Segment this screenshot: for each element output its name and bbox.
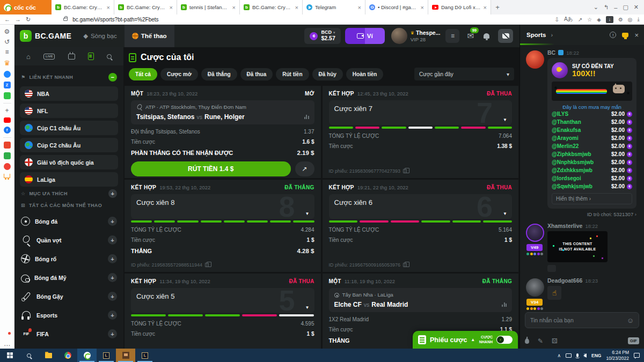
betslip-bar[interactable]: Phiếu cược ▲ CƯỢC NHANH	[413, 331, 518, 349]
chrome-app[interactable]	[58, 349, 77, 362]
filter-lost[interactable]: Đã thua	[240, 68, 273, 80]
chat-username[interactable]: Xhamsterlive	[547, 223, 582, 229]
cashout-button[interactable]: RÚT TIỀN 1.4 $	[131, 161, 291, 176]
expand-sport-button[interactable]: +	[108, 329, 117, 338]
taskbar-clock[interactable]: 6:24 PM10/23/2022	[606, 350, 629, 361]
bookmark-star-icon[interactable]: ☆	[587, 17, 592, 23]
chat-tab-sports[interactable]: Sports	[525, 32, 547, 38]
tab-bcgame-active[interactable]: bBC.Game: Crypto Casino×	[240, 0, 303, 14]
games-icon[interactable]	[4, 92, 11, 99]
speaker-icon[interactable]	[583, 353, 587, 358]
rain-icon[interactable]	[525, 338, 529, 344]
url-field[interactable]: bc.game/vi/sports?bt-path=%2Fbets	[72, 17, 550, 23]
user-info[interactable]: ♛Thespe... VIP 28	[411, 29, 441, 42]
nav-sports[interactable]: Thế thao	[125, 25, 174, 47]
tab-telegram[interactable]: Telegram×	[303, 0, 365, 14]
chat-username[interactable]: BC	[547, 49, 555, 56]
filter-cancelled[interactable]: Đã hủy	[312, 68, 343, 80]
filter-all[interactable]: Tất cả	[129, 68, 157, 80]
coccoc-brand[interactable]: cốc cốc	[0, 0, 52, 14]
expand-sport-button[interactable]: +	[108, 217, 117, 226]
vip-menu-button[interactable]: ≡	[445, 29, 459, 43]
tab-close-icon[interactable]: ×	[107, 4, 110, 11]
share-icon[interactable]: ↗	[578, 17, 582, 23]
messages-icon[interactable]: ✉99	[467, 31, 474, 41]
filter-open[interactable]: Cược mở	[160, 68, 198, 80]
cart-icon[interactable]	[4, 174, 10, 178]
user-avatar[interactable]	[526, 224, 544, 242]
close-chat-icon[interactable]: ×	[634, 32, 639, 39]
combo-box[interactable]: Cược xiên 8 8 ▼	[131, 194, 314, 219]
downloads-icon[interactable]: ↓	[606, 16, 613, 23]
reading-list-icon[interactable]: ≡	[5, 49, 9, 55]
sort-dropdown[interactable]: Cược gần đây▾	[414, 68, 514, 80]
notifications-bell-icon[interactable]	[4, 333, 10, 338]
wallet-button[interactable]: Ví	[345, 28, 385, 44]
save-page-icon[interactable]: ⇩	[555, 17, 559, 23]
quick-link-nba[interactable]: NBA	[20, 86, 118, 101]
adblock-shield-icon[interactable]: ◈	[597, 17, 601, 23]
tab-bcgame-2[interactable]: bBC.Game: Crypto Casino×	[114, 0, 177, 14]
chevron-down-icon[interactable]: ▼	[305, 211, 310, 216]
sport-item-fifa[interactable]: FIFFIFA+	[20, 326, 118, 342]
tab-discord[interactable]: G• Discord | #games | E×	[365, 0, 428, 14]
tray-expand-icon[interactable]: ∧	[557, 353, 561, 358]
sport-item-esports[interactable]: Esports+	[20, 307, 118, 323]
winner-name[interactable]: @Enakufsa	[552, 127, 581, 133]
quick-link-champions-league[interactable]: Cúp C1 châu Âu	[20, 121, 118, 135]
winner-name[interactable]: @Zdxhkksmjwb	[552, 167, 592, 173]
reload-icon[interactable]: ↻	[26, 17, 31, 23]
history-icon[interactable]: ↺	[4, 39, 10, 45]
combo-box[interactable]: Cược xiên 5 5 ▼	[131, 288, 314, 313]
pen-icon[interactable]: ✎	[538, 338, 543, 344]
event-box[interactable]: Tây Ban Nha · LaLiga Elche CFvsReal Madr…	[329, 288, 513, 312]
messenger-icon[interactable]	[4, 71, 11, 78]
file-explorer[interactable]	[39, 349, 58, 362]
tab-tennis[interactable]: btennis | Stefanos Tsitsipa×	[177, 0, 240, 14]
translate-icon[interactable]: Aあ	[564, 16, 573, 23]
tab-close-icon[interactable]: ×	[484, 4, 487, 11]
action-center-icon[interactable]	[634, 353, 640, 358]
stats-icon[interactable]	[502, 302, 507, 307]
bc-avatar[interactable]	[526, 50, 544, 69]
extensions-icon[interactable]: ⚙	[618, 17, 623, 23]
expand-sport-button[interactable]: +	[108, 235, 117, 245]
event-box[interactable]: ATP · ATP Stockholm, Thụy Điển Đơn Nam T…	[131, 100, 314, 124]
gift-icon[interactable]	[4, 152, 11, 159]
copy-icon[interactable]	[403, 263, 407, 267]
chat-username[interactable]: Deadgoat666	[547, 277, 582, 284]
gif-message[interactable]: THIS CONTENTIS NOT AVAILABLE	[547, 231, 608, 262]
currency-selector[interactable]: ¢ BCD▾ $2.57	[304, 28, 340, 44]
lock-icon[interactable]	[63, 18, 68, 21]
trophy-icon[interactable]	[622, 33, 628, 38]
collapse-button[interactable]: −	[108, 73, 117, 82]
league-app-1[interactable]: L	[97, 349, 116, 362]
tab-youtube[interactable]: Dang Dở Lofi x Thời tình×	[428, 0, 491, 14]
expand-sport-button[interactable]: +	[108, 273, 117, 282]
quick-link-premier-league[interactable]: Giải vô địch quốc gia	[20, 155, 118, 169]
bcgame-logo[interactable]: b BC.GAME	[20, 30, 71, 42]
profile-icon[interactable]: ◎	[628, 17, 633, 23]
copy-icon[interactable]	[403, 169, 407, 173]
copy-icon[interactable]	[205, 263, 209, 267]
game-id-link[interactable]: ID trò chơi: 5321307 ›	[547, 211, 636, 217]
download-tray-icon[interactable]: ⤓	[638, 16, 640, 23]
chevron-down-icon[interactable]: ▼	[503, 117, 507, 122]
winner-name[interactable]: @Thanthan	[552, 119, 581, 125]
network-icon[interactable]	[566, 353, 572, 358]
forward-icon[interactable]: →	[15, 17, 21, 23]
winner-name[interactable]: @Sqwhkjsmjwb	[552, 183, 592, 189]
close-button[interactable]: ✕	[634, 4, 639, 11]
sport-item-cricket[interactable]: Bóng Gậy+	[20, 288, 118, 305]
start-button[interactable]	[0, 349, 19, 362]
quick-bet-toggle[interactable]	[496, 336, 513, 344]
maximize-button[interactable]: ▢	[623, 4, 628, 11]
share-bet-button[interactable]: ↗	[295, 161, 314, 176]
winner-name[interactable]: @ILYS	[552, 111, 568, 117]
filter-refund[interactable]: Hoàn tiền	[346, 68, 384, 80]
game-app[interactable]	[116, 349, 135, 362]
microphone-icon[interactable]	[576, 353, 579, 357]
winner-name[interactable]: @Nnphkbsmjwb	[552, 159, 594, 165]
show-more-button[interactable]: Hiển thị thêm ›	[552, 193, 632, 204]
gif-button[interactable]: GIF	[628, 337, 639, 344]
